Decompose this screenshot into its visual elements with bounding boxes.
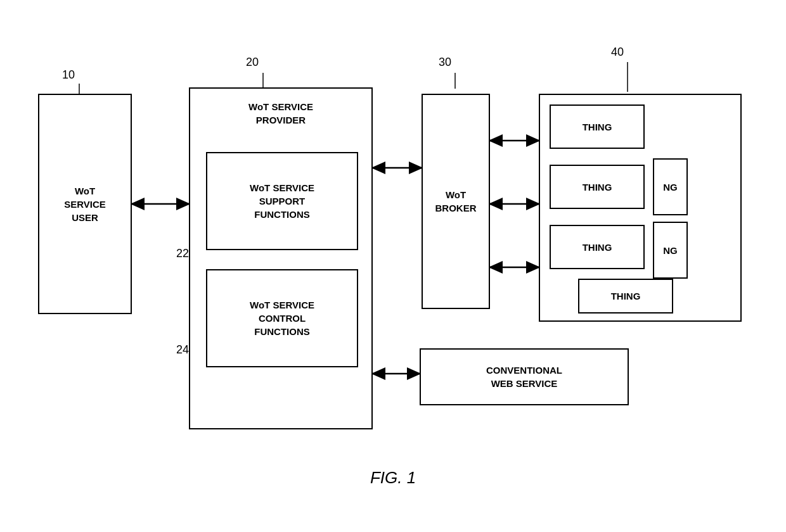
conventional-label: CONVENTIONALWEB SERVICE [486,364,562,390]
ref-10: 10 [62,68,75,82]
ref-40: 40 [611,46,624,59]
conventional-box: CONVENTIONALWEB SERVICE [420,348,629,405]
thing2-label: THING [583,180,612,194]
ref-30: 30 [439,56,451,69]
thing4-box: THING [578,279,673,314]
ng2-box: NG [653,222,688,279]
thing3-box: THING [550,225,645,269]
thing3-label: THING [583,241,612,254]
service-provider-box: WoT SERVICEPROVIDER WoT SERVICESUPPORTFU… [189,87,373,429]
ng2-label: NG [663,244,678,257]
thing1-box: THING [550,104,645,149]
service-provider-label: WoT SERVICEPROVIDER [196,100,365,127]
thing4-label: THING [611,289,641,303]
ref-24: 24 [176,343,189,357]
ng1-box: NG [653,158,688,215]
ref-20: 20 [246,56,259,69]
support-functions-label: WoT SERVICESUPPORTFUNCTIONS [250,181,314,221]
things-group-box: THING THING THING THING NG NG [539,94,742,322]
broker-label: WoTBROKER [435,188,476,215]
ng1-label: NG [663,180,678,194]
broker-box: WoTBROKER [422,94,490,309]
service-user-box: WoTSERVICEUSER [38,94,132,314]
thing1-label: THING [583,120,612,134]
service-user-label: WoTSERVICEUSER [64,184,106,224]
control-functions-label: WoT SERVICECONTROLFUNCTIONS [250,298,314,338]
support-functions-box: WoT SERVICESUPPORTFUNCTIONS [206,152,358,250]
thing2-box: THING [550,165,645,209]
diagram: 10 20 30 40 22 24 WoTSERVICEUSER WoT SER… [19,38,767,494]
control-functions-box: WoT SERVICECONTROLFUNCTIONS [206,269,358,367]
fig-label: FIG. 1 [370,468,416,488]
ref-22: 22 [176,247,189,260]
